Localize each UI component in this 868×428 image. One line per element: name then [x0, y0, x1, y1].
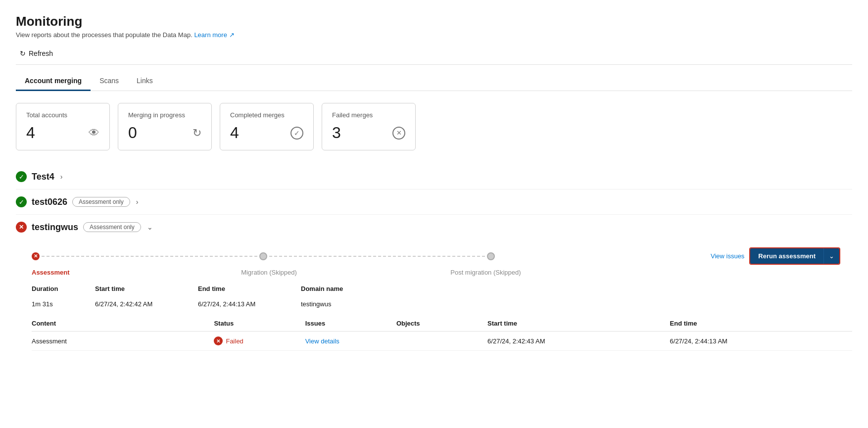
pipeline-line-1: [42, 256, 257, 257]
account-row-test0626[interactable]: ✓ test0626 Assessment only ›: [16, 190, 852, 215]
pipeline-step-migration: [259, 252, 267, 260]
status-error-icon-testingwus: ✕: [16, 222, 27, 233]
stat-value-merging: 0: [128, 124, 137, 142]
stat-card-failed-merges: Failed merges 3 ✕: [322, 103, 416, 150]
stat-value-total: 4: [26, 124, 35, 142]
row-start-time: 6/27/24, 2:42:43 AM: [487, 337, 670, 345]
rerun-button-group: Rerun assessment ⌄: [749, 247, 840, 265]
account-row-test4[interactable]: ✓ Test4 ›: [16, 164, 852, 190]
learn-more-link[interactable]: Learn more ↗: [194, 31, 234, 39]
stat-label-completed: Completed merges: [230, 111, 303, 119]
view-details-link[interactable]: View details: [305, 337, 396, 345]
chevron-down-icon: ⌄: [829, 252, 834, 260]
stat-label-total: Total accounts: [26, 111, 99, 119]
table-row: Assessment ✕ Failed View details 6/27/24…: [32, 332, 852, 351]
status-success-icon-test4: ✓: [16, 171, 27, 182]
accounts-list: ✓ Test4 › ✓ test0626 Assessment only › ✕…: [16, 164, 852, 351]
stat-value-failed: 3: [332, 124, 341, 142]
col-objects: Objects: [396, 320, 487, 327]
post-migration-step-icon: [487, 252, 495, 260]
stat-value-completed: 4: [230, 124, 239, 142]
monitoring-page: Monitoring View reports about the proces…: [0, 0, 868, 428]
x-circle-icon: ✕: [392, 127, 405, 140]
stat-card-merging-progress: Merging in progress 0 ↻: [118, 103, 212, 150]
col-status: Status: [214, 320, 305, 327]
account-name-test0626: test0626: [32, 197, 67, 207]
end-time-label: End time: [198, 285, 297, 292]
eye-icon: 👁: [89, 127, 99, 140]
tab-links[interactable]: Links: [128, 72, 162, 91]
stats-row: Total accounts 4 👁 Merging in progress 0…: [16, 103, 852, 150]
account-name-testingwus: testingwus: [32, 222, 78, 233]
refresh-button[interactable]: ↻ Refresh: [16, 48, 57, 59]
sync-icon: ↻: [193, 127, 201, 140]
status-success-icon-test0626: ✓: [16, 196, 27, 207]
account-name-test4: Test4: [32, 172, 54, 182]
row-status: ✕ Failed: [214, 336, 305, 345]
account-section-testingwus: ✕ testingwus Assessment only ⌄ ✕: [16, 215, 852, 351]
rerun-dropdown-arrow[interactable]: ⌄: [823, 248, 839, 264]
content-table: Content Status Issues Objects Start time…: [32, 316, 852, 351]
row-end-time: 6/27/24, 2:44:13 AM: [670, 337, 852, 345]
migration-step-icon: [259, 252, 267, 260]
col-content: Content: [32, 320, 214, 327]
col-issues: Issues: [305, 320, 396, 327]
assessment-step-icon: ✕: [32, 252, 40, 260]
tab-bar: Account merging Scans Links: [16, 72, 852, 91]
col-start-time: Start time: [487, 320, 670, 327]
domain-name-label: Domain name: [301, 285, 852, 292]
end-time-value: 6/27/24, 2:44:13 AM: [198, 300, 297, 308]
refresh-icon: ↻: [20, 49, 26, 57]
assessment-badge-test0626: Assessment only: [72, 197, 130, 207]
detail-grid: Duration Start time End time Domain name…: [32, 285, 852, 308]
duration-value: 1m 31s: [32, 300, 91, 308]
stat-label-failed: Failed merges: [332, 111, 405, 119]
start-time-value: 6/27/24, 2:42:42 AM: [95, 300, 194, 308]
view-issues-link[interactable]: View issues: [711, 252, 744, 260]
tab-account-merging[interactable]: Account merging: [16, 72, 91, 91]
pipeline-row: ✕ View iss: [32, 247, 852, 265]
pipeline-step-post-migration: [487, 252, 495, 260]
start-time-label: Start time: [95, 285, 194, 292]
pipeline-step-assessment: ✕: [32, 252, 40, 260]
domain-value: testingwus: [301, 300, 852, 308]
col-end-time: End time: [670, 320, 852, 327]
stat-label-merging: Merging in progress: [128, 111, 201, 119]
migration-step-label: Migration (Skipped): [241, 269, 310, 276]
tab-scans[interactable]: Scans: [91, 72, 128, 91]
post-migration-step-label: Post migration (Skipped): [450, 269, 521, 276]
account-row-testingwus[interactable]: ✕ testingwus Assessment only ⌄: [16, 215, 852, 239]
expanded-section-testingwus: ✕ View iss: [16, 239, 852, 351]
page-title: Monitoring: [16, 14, 852, 29]
assessment-badge-testingwus: Assessment only: [83, 222, 141, 232]
table-header: Content Status Issues Objects Start time…: [32, 316, 852, 332]
check-circle-icon: ✓: [290, 127, 303, 140]
pipeline-line-2: [269, 256, 485, 257]
row-content: Assessment: [32, 337, 214, 345]
collapse-chevron-testingwus: ⌄: [147, 223, 153, 231]
assessment-step-label: Assessment: [32, 269, 101, 276]
failed-status-icon: ✕: [214, 336, 223, 345]
page-subtitle: View reports about the processes that po…: [16, 31, 852, 39]
expand-chevron-test4: ›: [60, 173, 63, 181]
stat-card-completed-merges: Completed merges 4 ✓: [220, 103, 314, 150]
pipeline-labels-row: Assessment Migration (Skipped) Post migr…: [32, 269, 852, 276]
toolbar: ↻ Refresh: [16, 48, 852, 65]
stat-card-total-accounts: Total accounts 4 👁: [16, 103, 110, 150]
rerun-assessment-button[interactable]: Rerun assessment: [750, 248, 823, 264]
expand-chevron-test0626: ›: [136, 198, 139, 206]
duration-label: Duration: [32, 285, 91, 292]
